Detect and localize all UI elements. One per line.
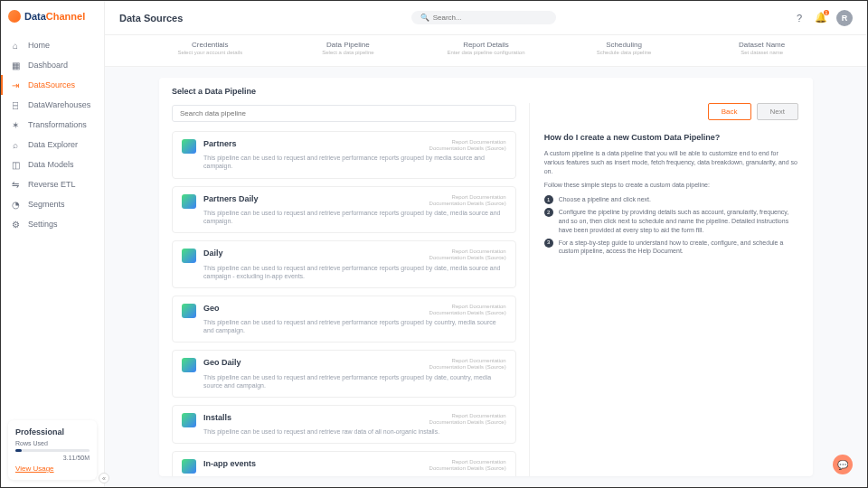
step-title: Data Pipeline — [279, 41, 418, 49]
pipeline-doc-links[interactable]: Report DocumentationDocumentation Detail… — [429, 459, 506, 472]
usage-bar — [15, 449, 90, 452]
pipeline-desc: This pipeline can be used to request and… — [203, 154, 506, 170]
pipeline-search-input[interactable] — [172, 105, 516, 122]
nav-icon: ⇥ — [10, 80, 21, 90]
avatar[interactable]: R — [836, 10, 853, 26]
pipeline-name: Daily — [203, 249, 223, 258]
sidebar-item-dashboard[interactable]: ▦Dashboard — [1, 55, 104, 75]
pipeline-card[interactable]: Partners DailyReport DocumentationDocume… — [172, 186, 516, 234]
sidebar: DataChannel ⌂Home▦Dashboard⇥DataSources⌸… — [1, 1, 105, 487]
step-title: Credentials — [141, 41, 279, 49]
usage-tier: Professional — [15, 427, 90, 436]
sidebar-item-datawarehouses[interactable]: ⌸DataWarehouses — [1, 95, 104, 115]
global-search[interactable]: 🔍 — [411, 11, 556, 24]
pipeline-desc: This pipeline can be used to request and… — [203, 264, 506, 280]
pipeline-card[interactable]: PartnersReport DocumentationDocumentatio… — [172, 131, 516, 179]
notif-badge: 1 — [824, 10, 829, 15]
pipeline-desc: This pipeline can be used to request and… — [203, 318, 506, 334]
pipeline-doc-links[interactable]: Report DocumentationDocumentation Detail… — [429, 139, 506, 152]
step-number-icon: 3 — [544, 239, 553, 248]
pipeline-doc-links[interactable]: Report DocumentationDocumentation Detail… — [429, 249, 506, 261]
pipeline-card[interactable]: Geo DailyReport DocumentationDocumentati… — [172, 350, 516, 398]
nav-icon: ⇋ — [10, 179, 21, 190]
nav-icon: ◔ — [10, 199, 21, 210]
nav-icon: ▦ — [10, 60, 21, 70]
pipeline-name: Partners Daily — [203, 194, 259, 203]
wizard-step[interactable]: SchedulingSchedule data pipeline — [555, 41, 693, 55]
usage-label: Rows Used — [15, 440, 90, 446]
next-button[interactable]: Next — [757, 103, 798, 120]
pipeline-name: In-app events — [203, 459, 256, 468]
nav-label: DataSources — [28, 80, 75, 89]
pipeline-card[interactable]: DailyReport DocumentationDocumentation D… — [172, 240, 516, 288]
sidebar-item-transformations[interactable]: ✶Transformations — [1, 115, 104, 135]
pipeline-name: Partners — [203, 139, 237, 148]
pipeline-name: Geo Daily — [203, 358, 241, 367]
wizard-step[interactable]: CredentialsSelect your account details — [141, 41, 279, 55]
step-title: Report Details — [417, 41, 555, 49]
bell-icon[interactable]: 🔔1 — [815, 12, 827, 24]
nav-icon: ⌕ — [10, 139, 21, 150]
pipeline-card[interactable]: GeoReport DocumentationDocumentation Det… — [172, 296, 516, 343]
help-lead: Follow these simple steps to create a cu… — [544, 181, 798, 190]
step-title: Scheduling — [555, 41, 693, 49]
view-usage-link[interactable]: View Usage — [15, 465, 90, 473]
help-step-text: Configure the pipeline by providing deta… — [559, 208, 798, 234]
pipeline-doc-links[interactable]: Report DocumentationDocumentation Detail… — [429, 413, 506, 426]
pipeline-card[interactable]: In-app eventsReport DocumentationDocumen… — [172, 451, 516, 476]
help-title: How do I create a new Custom Data Pipeli… — [544, 133, 798, 142]
help-icon[interactable]: ? — [793, 12, 806, 24]
chat-fab[interactable]: 💬 — [833, 455, 853, 474]
nav-label: DataWarehouses — [28, 100, 90, 109]
pipeline-doc-links[interactable]: Report DocumentationDocumentation Detail… — [429, 194, 506, 207]
wizard-step[interactable]: Dataset NameSet dataset name — [693, 41, 831, 55]
step-subtitle: Enter data pipeline configuration — [417, 50, 555, 55]
collapse-sidebar-icon[interactable]: « — [99, 473, 109, 483]
sidebar-nav: ⌂Home▦Dashboard⇥DataSources⌸DataWarehous… — [1, 32, 104, 413]
help-column: Back Next How do I create a new Custom D… — [530, 103, 813, 476]
pipeline-name: Geo — [203, 304, 220, 313]
pipeline-card[interactable]: InstallsReport DocumentationDocumentatio… — [172, 405, 516, 444]
pipeline-icon — [182, 304, 196, 318]
pipeline-doc-links[interactable]: Report DocumentationDocumentation Detail… — [429, 304, 506, 316]
nav-label: Data Models — [28, 160, 74, 169]
nav-icon: ◫ — [10, 159, 21, 170]
search-input[interactable] — [433, 14, 547, 22]
pipeline-icon — [182, 413, 196, 427]
topbar: Data Sources 🔍 ? 🔔1 R — [105, 1, 867, 35]
nav-label: Segments — [28, 200, 65, 209]
sidebar-item-data models[interactable]: ◫Data Models — [1, 155, 104, 174]
pipeline-doc-links[interactable]: Report DocumentationDocumentation Detail… — [429, 358, 506, 371]
sidebar-item-home[interactable]: ⌂Home — [1, 35, 104, 55]
nav-label: Data Explorer — [28, 140, 78, 149]
help-step: 1Choose a pipeline and click next. — [544, 195, 798, 204]
nav-label: Dashboard — [28, 61, 68, 70]
usage-card: Professional Rows Used 3.11/50M View Usa… — [8, 420, 97, 480]
logo-icon — [8, 10, 21, 23]
brand-logo[interactable]: DataChannel — [1, 1, 104, 32]
sidebar-item-reverse etl[interactable]: ⇋Reverse ETL — [1, 174, 104, 194]
step-subtitle: Set dataset name — [693, 50, 831, 55]
pipeline-icon — [182, 459, 196, 474]
wizard-step[interactable]: Report DetailsEnter data pipeline config… — [417, 41, 555, 55]
step-subtitle: Schedule data pipeline — [555, 50, 693, 55]
nav-icon: ⚙ — [10, 219, 21, 230]
step-subtitle: Select your account details — [141, 50, 279, 55]
help-intro: A custom pipeline is a data pipeline tha… — [544, 149, 798, 175]
sidebar-item-settings[interactable]: ⚙Settings — [1, 214, 104, 234]
nav-icon: ⌸ — [10, 99, 21, 110]
usage-value: 3.11/50M — [15, 455, 90, 461]
wizard-step[interactable]: Data PipelineSelect a data pipeline — [279, 41, 418, 55]
nav-icon: ✶ — [10, 119, 21, 130]
sidebar-item-segments[interactable]: ◔Segments — [1, 194, 104, 214]
step-number-icon: 2 — [544, 208, 553, 217]
help-step: 2Configure the pipeline by providing det… — [544, 208, 798, 234]
nav-label: Transformations — [28, 120, 87, 129]
pipeline-desc: This pipeline can be used to request and… — [203, 209, 506, 225]
back-button[interactable]: Back — [708, 103, 751, 120]
nav-icon: ⌂ — [10, 40, 21, 51]
sidebar-item-data explorer[interactable]: ⌕Data Explorer — [1, 135, 104, 155]
nav-label: Settings — [28, 220, 58, 229]
help-step-text: Choose a pipeline and click next. — [559, 195, 651, 204]
sidebar-item-datasources[interactable]: ⇥DataSources — [1, 75, 104, 95]
